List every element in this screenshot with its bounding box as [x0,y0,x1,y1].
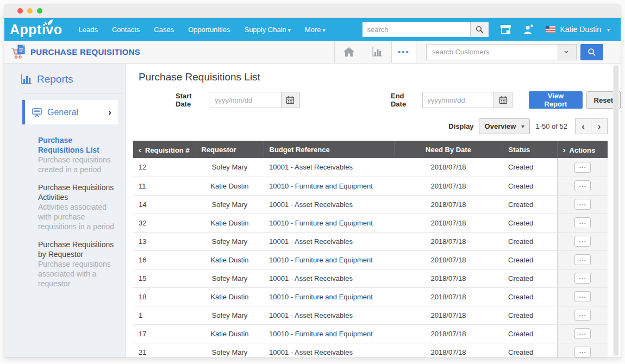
cell-status: Created [503,269,557,287]
cell-actions: ••• [557,214,608,232]
cell-requestor: Katie Dustin [196,177,264,195]
report-item-title: Purchase Requisitions List [38,135,119,155]
user-name: Katie Dustin [560,25,601,34]
row-actions-button[interactable]: ••• [574,180,591,191]
column-requisition[interactable]: ‹Requisition # [133,141,196,158]
customer-search: › [426,44,603,60]
end-date-calendar-button[interactable] [494,92,512,108]
cell-actions: ••• [557,250,608,269]
row-actions-button[interactable]: ••• [574,310,591,321]
table-row: 15 Sofey Mary 10001 - Asset Receivables … [133,269,608,287]
global-search [362,22,489,37]
global-search-input[interactable] [362,22,470,37]
cell-budget-reference: 10010 - Furniture and Equipment [264,250,394,269]
cell-requestor: Katie Dustin [196,250,264,269]
row-actions-button[interactable]: ••• [574,217,591,228]
menu-item-cases[interactable]: Cases [154,26,174,34]
column-actions[interactable]: ›Actions [557,141,608,158]
report-item-title: Purchase Requisitions Activities [38,183,119,202]
row-actions-button[interactable]: ••• [574,236,591,247]
report-main-panel: Purchase Requisitions List Start Date En… [126,64,621,357]
row-actions-button[interactable]: ••• [574,328,591,339]
cell-budget-reference: 10001 - Asset Receivables [264,232,394,250]
cell-budget-reference: 10001 - Asset Receivables [264,306,394,324]
table-header-row: ‹Requisition # Requestor Budget Referenc… [133,141,608,158]
home-button[interactable] [335,41,363,63]
cell-status: Created [503,250,557,269]
cell-requisition-number: 1 [133,306,196,324]
row-actions-button[interactable]: ••• [574,254,591,265]
cell-actions: ••• [557,269,608,287]
row-actions-button[interactable]: ••• [574,273,591,284]
chevron-down-icon: ▾ [288,27,291,33]
menu-item-opportunities[interactable]: Opportunities [188,26,230,34]
row-actions-button[interactable]: ••• [574,162,591,173]
close-window-button[interactable] [17,8,23,14]
minimize-window-button[interactable] [27,8,33,14]
table-row: 21 Sofey Mary 10001 - Asset Receivables … [133,343,608,357]
cell-need-by-date: 2018/07/18 [394,250,503,269]
search-icon [476,26,484,34]
flag-icon [546,26,555,33]
navbar-right: Katie Dustin ▾ [362,22,610,37]
column-budget-reference[interactable]: Budget Reference [264,141,394,158]
start-date-calendar-button[interactable] [282,92,300,108]
cell-requisition-number: 14 [133,195,196,214]
home-icon [343,47,355,57]
menu-item-more[interactable]: More▾ [305,26,326,34]
menu-item-leads[interactable]: Leads [79,26,98,34]
next-page-button[interactable]: › [591,118,608,134]
column-status[interactable]: Status [503,141,557,158]
expand-right-icon[interactable]: › [563,145,566,154]
report-item-purchase-requisitions-activities[interactable]: Purchase Requisitions Activities Activit… [38,183,119,231]
cell-requisition-number: 16 [133,250,196,269]
cell-budget-reference: 10010 - Furniture and Equipment [264,287,394,306]
customer-search-dropdown-button[interactable]: › [558,44,577,60]
row-actions-button[interactable]: ••• [574,199,591,210]
column-need-by-date[interactable]: Need By Date [394,141,503,158]
report-item-purchase-requisitions-by-requestor[interactable]: Purchase Requisitions by Requestor Purch… [38,240,119,288]
reports-view-button[interactable] [363,41,391,63]
apptivo-logo[interactable]: Apptivo [10,23,62,36]
prev-page-button[interactable]: ‹ [575,118,591,134]
row-actions-button[interactable]: ••• [574,291,591,302]
collapse-left-icon[interactable]: ‹ [139,145,141,154]
requisitions-table: ‹Requisition # Requestor Budget Referenc… [133,141,608,357]
user-menu[interactable]: Katie Dustin ▾ [546,25,610,34]
display-mode-dropdown[interactable]: Overview ▾ [479,118,530,134]
store-icon[interactable] [499,24,512,35]
cell-requestor: Sofey Mary [196,232,264,250]
row-actions-button[interactable]: ••• [574,347,591,357]
report-item-purchase-requisitions-list[interactable]: Purchase Requisitions List Purchase requ… [38,135,119,174]
customer-search-go-button[interactable] [580,44,603,60]
report-item-description: Activities associated with purchase requ… [38,202,119,231]
menu-item-contacts[interactable]: Contacts [112,26,140,34]
cell-requestor: Sofey Mary [196,306,264,324]
global-search-button[interactable] [470,22,489,37]
reports-icon [21,74,32,85]
vertical-scrollbar[interactable] [613,65,619,356]
table-row: 12 Sofey Mary 10001 - Asset Receivables … [133,158,608,177]
table-row: 1 Sofey Mary 10001 - Asset Receivables 2… [133,306,608,324]
cell-requisition-number: 32 [133,214,196,232]
app-window: Apptivo Leads Contacts Cases Opportuniti… [4,4,621,357]
cell-requisition-number: 15 [133,269,196,287]
sidebar-category-general[interactable]: General › [22,100,118,124]
category-label: General [47,108,78,117]
app-header-bar: PURCHASE REQUISITIONS ••• › [4,41,621,64]
report-item-description: Purchase requisitions created in a perio… [38,155,119,174]
maximize-window-button[interactable] [37,8,42,14]
start-date-input[interactable] [210,92,282,108]
end-date-input[interactable] [422,92,494,108]
more-options-button[interactable]: ••• [392,41,416,63]
user-activity-icon[interactable] [523,24,535,35]
view-report-button[interactable]: View Report [529,91,582,109]
scrollbar-thumb[interactable] [614,66,618,355]
display-mode-value: Overview [485,122,516,130]
customer-search-input[interactable] [426,44,558,60]
page-title: Purchase Requisitions List [139,71,621,83]
column-requestor[interactable]: Requestor [196,141,264,158]
cell-actions: ••• [557,177,608,195]
menu-item-supply-chain[interactable]: Supply Chain▾ [244,26,290,34]
bar-chart-icon [372,47,383,57]
